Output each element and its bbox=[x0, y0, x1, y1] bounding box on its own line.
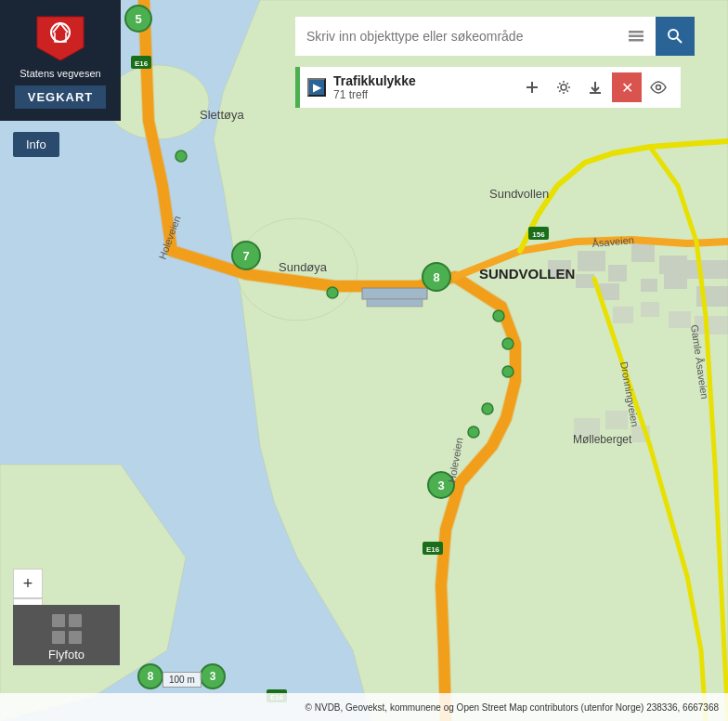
svg-rect-15 bbox=[613, 307, 633, 323]
svg-text:SUNDVOLLEN: SUNDVOLLEN bbox=[479, 266, 575, 282]
svg-rect-13 bbox=[687, 260, 728, 279]
flyfoto-grid-icon bbox=[50, 612, 84, 646]
search-icon bbox=[666, 27, 684, 46]
arrow-icon: ▶ bbox=[313, 81, 321, 94]
svg-text:Slettøya: Slettøya bbox=[200, 108, 244, 122]
result-title: Trafikkulykke bbox=[333, 73, 517, 88]
svg-rect-70 bbox=[69, 614, 82, 627]
svg-rect-58 bbox=[629, 31, 644, 33]
svg-point-65 bbox=[561, 85, 566, 90]
layers-icon bbox=[627, 27, 645, 46]
svg-rect-69 bbox=[52, 614, 65, 627]
svg-point-61 bbox=[669, 30, 678, 39]
svg-rect-8 bbox=[659, 256, 687, 274]
svg-text:Mølleberget: Mølleberget bbox=[573, 433, 632, 446]
vegkart-button[interactable]: VEGKART bbox=[15, 85, 107, 109]
svg-text:7: 7 bbox=[242, 249, 249, 263]
svg-rect-9 bbox=[576, 274, 594, 288]
result-text: Trafikkulykke 71 treff bbox=[333, 73, 517, 101]
zoom-in-button[interactable]: + bbox=[13, 569, 43, 598]
map-container[interactable]: 5 7 8 3 E16 E16 E16 156 Slettøya Su bbox=[0, 0, 728, 721]
search-input[interactable] bbox=[295, 17, 617, 56]
svg-point-35 bbox=[502, 338, 514, 349]
attribution-text: © NVDB, Geovekst, kommunene og Open Stre… bbox=[306, 702, 719, 713]
result-expand-button[interactable]: ▶ bbox=[307, 78, 326, 97]
bottom-bar: © NVDB, Geovekst, kommunene og Open Stre… bbox=[0, 693, 728, 721]
svg-rect-72 bbox=[69, 631, 82, 644]
svg-rect-22 bbox=[362, 288, 427, 299]
svg-rect-6 bbox=[608, 265, 627, 282]
result-panel: ▶ Trafikkulykke 71 treff bbox=[295, 67, 681, 108]
svg-point-38 bbox=[468, 426, 479, 438]
search-button[interactable] bbox=[656, 17, 695, 56]
svg-marker-0 bbox=[214, 0, 728, 721]
layers-icon-button[interactable] bbox=[617, 17, 656, 56]
add-icon bbox=[525, 80, 540, 95]
result-count: 71 treff bbox=[333, 88, 517, 101]
svg-point-33 bbox=[327, 287, 338, 298]
svg-point-34 bbox=[493, 310, 504, 321]
download-icon bbox=[588, 80, 603, 95]
svg-text:Sundvollen: Sundvollen bbox=[489, 187, 549, 201]
svg-text:5: 5 bbox=[135, 12, 141, 26]
svg-point-36 bbox=[502, 366, 514, 377]
bottom-cluster-8[interactable]: 8 bbox=[137, 663, 163, 689]
svg-text:E16: E16 bbox=[135, 59, 149, 68]
result-visibility-button[interactable] bbox=[644, 72, 673, 102]
svg-point-37 bbox=[482, 403, 493, 414]
info-button[interactable]: Info bbox=[13, 132, 59, 157]
close-icon: ✕ bbox=[621, 79, 633, 97]
svg-rect-5 bbox=[578, 251, 605, 271]
result-settings-button[interactable] bbox=[549, 72, 578, 102]
svg-rect-17 bbox=[669, 311, 691, 328]
svg-rect-12 bbox=[664, 274, 687, 289]
svg-line-62 bbox=[677, 38, 682, 43]
result-download-button[interactable] bbox=[580, 72, 610, 102]
cluster-3-label: 3 bbox=[210, 670, 216, 683]
svg-rect-59 bbox=[629, 35, 644, 38]
svg-rect-23 bbox=[367, 299, 422, 307]
svg-rect-60 bbox=[629, 39, 644, 42]
logo-emblem bbox=[32, 12, 88, 63]
eye-icon bbox=[650, 80, 667, 95]
svg-point-1 bbox=[107, 65, 209, 139]
svg-text:E16: E16 bbox=[426, 545, 440, 554]
svg-text:8: 8 bbox=[433, 270, 439, 284]
svg-rect-11 bbox=[641, 279, 657, 292]
scale-bar: 100 m bbox=[162, 672, 202, 688]
logo-panel: Statens vegvesen VEGKART bbox=[0, 0, 121, 121]
svg-text:156: 156 bbox=[532, 230, 545, 239]
flyfoto-panel[interactable]: Flyfoto bbox=[13, 605, 120, 665]
flyfoto-label: Flyfoto bbox=[48, 648, 84, 662]
svg-rect-20 bbox=[605, 411, 628, 429]
result-actions: ✕ bbox=[517, 72, 673, 102]
svg-point-32 bbox=[176, 151, 187, 162]
svg-rect-71 bbox=[52, 631, 65, 644]
svg-rect-16 bbox=[641, 302, 659, 317]
result-add-button[interactable] bbox=[517, 72, 547, 102]
result-close-button[interactable]: ✕ bbox=[612, 72, 642, 102]
search-bar bbox=[295, 17, 695, 56]
svg-point-68 bbox=[656, 85, 661, 90]
logo-subtitle: Statens vegvesen bbox=[20, 67, 100, 80]
svg-text:3: 3 bbox=[437, 478, 444, 492]
gear-icon bbox=[556, 80, 571, 95]
bottom-cluster-3[interactable]: 3 bbox=[200, 663, 226, 689]
svg-text:Sundøya: Sundøya bbox=[279, 260, 328, 274]
cluster-8-label: 8 bbox=[148, 670, 154, 683]
scale-label: 100 m bbox=[169, 675, 195, 685]
